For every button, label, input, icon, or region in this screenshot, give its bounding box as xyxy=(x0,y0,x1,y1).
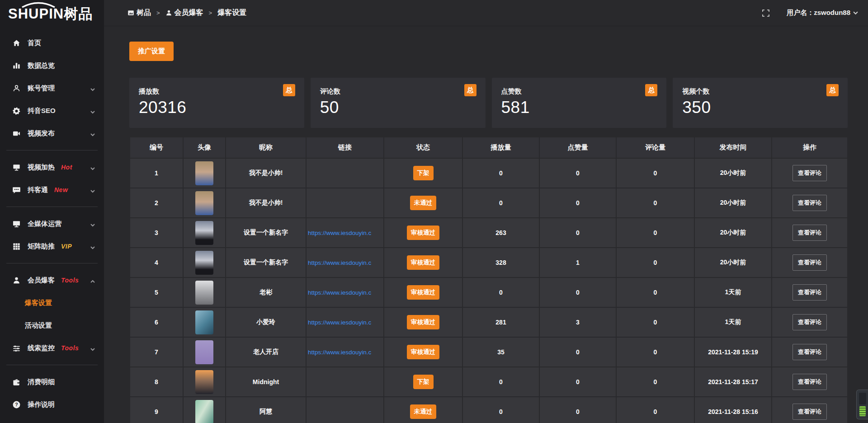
sidebar-item-3[interactable]: 抖音SEO xyxy=(0,99,104,122)
video-link[interactable]: https://www.iesdouyin.c xyxy=(308,259,371,266)
cell-comments: 0 xyxy=(616,218,694,248)
view-comments-button[interactable]: 查看评论 xyxy=(793,374,827,390)
status-badge: 审核通过 xyxy=(407,315,439,329)
cell-plays: 328 xyxy=(462,248,539,277)
cell-link xyxy=(306,367,384,397)
sidebar-item-7[interactable]: 全媒体运营 xyxy=(0,212,104,235)
promo-settings-button[interactable]: 推广设置 xyxy=(129,42,174,61)
sidebar-item-11[interactable]: 消费明细 xyxy=(0,371,104,393)
sidebar-item-label: 抖客通 xyxy=(28,186,48,194)
cell-nickname: 老彬 xyxy=(226,277,306,307)
sidebar-item-8[interactable]: 矩阵助推VIP xyxy=(0,235,104,258)
gear-icon xyxy=(12,106,21,115)
col-header-2: 昵称 xyxy=(226,137,306,158)
sidebar-subitem-1[interactable]: 活动设置 xyxy=(0,314,104,337)
cell-comments: 0 xyxy=(616,397,694,423)
cell-action: 查看评论 xyxy=(772,307,848,337)
sidebar-item-4[interactable]: 视频发布 xyxy=(0,122,104,145)
cell-id: 8 xyxy=(130,367,183,397)
avatar xyxy=(195,281,213,305)
breadcrumb: 树品>会员爆客>爆客设置 xyxy=(127,8,246,18)
avatar xyxy=(195,310,213,334)
cell-time: 2021-11-28 15:17 xyxy=(694,367,772,397)
user-area: 用户名：zswodun88 xyxy=(762,9,858,17)
breadcrumb-item-1[interactable]: 会员爆客 xyxy=(165,8,203,18)
accounts-table: 编号头像昵称链接状态播放量点赞量评论量发布时间操作 1我不是小帅!下架00020… xyxy=(129,136,848,423)
cell-time: 1天前 xyxy=(694,277,772,307)
breadcrumb-item-2[interactable]: 爆客设置 xyxy=(217,8,246,18)
cell-time: 2021-11-28 15:19 xyxy=(694,337,772,367)
table-row-7: 8Midnight下架0002021-11-28 15:17查看评论 xyxy=(130,367,848,397)
floating-plugin-widget[interactable] xyxy=(856,390,868,419)
view-comments-button[interactable]: 查看评论 xyxy=(793,195,827,211)
cell-avatar xyxy=(183,397,226,423)
video-link[interactable]: https://www.iesdouyin.c xyxy=(308,289,371,296)
username-menu[interactable]: 用户名：zswodun88 xyxy=(787,9,858,17)
avatar xyxy=(195,340,213,364)
cell-plays: 281 xyxy=(462,307,539,337)
cell-status: 下架 xyxy=(384,367,462,397)
chevron-up-icon xyxy=(90,277,95,282)
cell-likes: 0 xyxy=(539,397,616,423)
sidebar-item-0[interactable]: 首页 xyxy=(0,32,104,54)
cell-id: 1 xyxy=(130,158,183,188)
view-comments-button[interactable]: 查看评论 xyxy=(793,284,827,301)
cell-id: 6 xyxy=(130,307,183,337)
stat-card-0: 播放数20316总 xyxy=(129,78,304,128)
cell-id: 2 xyxy=(130,188,183,218)
sidebar-item-12[interactable]: ?操作说明 xyxy=(0,393,104,416)
cell-action: 查看评论 xyxy=(772,367,848,397)
cell-status: 审核通过 xyxy=(384,307,462,337)
sidebar-divider xyxy=(6,150,98,150)
sidebar-item-10[interactable]: 线索监控Tools xyxy=(0,337,104,359)
sidebar-item-label: 抖音SEO xyxy=(28,107,56,115)
sidebar-item-9[interactable]: 会员爆客Tools xyxy=(0,269,104,291)
col-header-9: 操作 xyxy=(772,137,848,158)
cell-comments: 0 xyxy=(616,277,694,307)
status-badge: 审核通过 xyxy=(407,345,439,359)
col-header-1: 头像 xyxy=(183,137,226,158)
breadcrumb-label: 爆客设置 xyxy=(217,8,246,18)
avatar xyxy=(195,161,213,185)
view-comments-button[interactable]: 查看评论 xyxy=(793,314,827,330)
view-comments-button[interactable]: 查看评论 xyxy=(793,225,827,241)
cell-action: 查看评论 xyxy=(772,337,848,367)
sidebar-subitem-0[interactable]: 爆客设置 xyxy=(0,291,104,314)
video-link[interactable]: https://www.iesdouyin.c xyxy=(308,349,371,356)
stat-label: 播放数 xyxy=(139,87,295,96)
view-comments-button[interactable]: 查看评论 xyxy=(793,404,827,420)
cell-action: 查看评论 xyxy=(772,218,848,248)
breadcrumb-separator: > xyxy=(209,9,212,16)
sidebar-item-label: 会员爆客 xyxy=(28,276,55,285)
fullscreen-icon[interactable] xyxy=(762,9,769,17)
chevron-down-icon xyxy=(90,221,95,226)
chevron-down-icon xyxy=(853,9,858,17)
view-comments-button[interactable]: 查看评论 xyxy=(793,254,827,271)
sidebar-item-6[interactable]: 抖客通New xyxy=(0,179,104,201)
col-header-4: 状态 xyxy=(384,137,462,158)
col-header-6: 点赞量 xyxy=(539,137,616,158)
sidebar-item-2[interactable]: 账号管理 xyxy=(0,77,104,99)
video-link[interactable]: https://www.iesdouyin.c xyxy=(308,319,371,326)
status-badge: 审核通过 xyxy=(407,285,439,300)
cell-avatar xyxy=(183,218,226,248)
sidebar-divider xyxy=(6,365,98,365)
cell-id: 4 xyxy=(130,248,183,277)
cell-comments: 0 xyxy=(616,248,694,277)
svg-text:?: ? xyxy=(15,402,18,407)
status-badge: 下架 xyxy=(413,166,434,180)
sidebar-item-label: 线索监控 xyxy=(28,344,55,352)
breadcrumb-item-0[interactable]: 树品 xyxy=(127,8,151,18)
sidebar-item-tag: Tools xyxy=(61,277,79,284)
sidebar-item-label: 矩阵助推 xyxy=(28,242,55,251)
view-comments-button[interactable]: 查看评论 xyxy=(793,344,827,360)
sidebar-item-tag: Tools xyxy=(61,344,79,352)
video-link[interactable]: https://www.iesdouyin.c xyxy=(308,230,371,236)
sidebar-item-5[interactable]: 视频加热Hot xyxy=(0,156,104,179)
sidebar-divider xyxy=(6,207,98,207)
cell-status: 未通过 xyxy=(384,188,462,218)
sidebar-item-label: 消费明细 xyxy=(28,378,55,386)
screen-small-icon xyxy=(127,9,134,16)
view-comments-button[interactable]: 查看评论 xyxy=(793,165,827,181)
sidebar-item-1[interactable]: 数据总览 xyxy=(0,54,104,77)
